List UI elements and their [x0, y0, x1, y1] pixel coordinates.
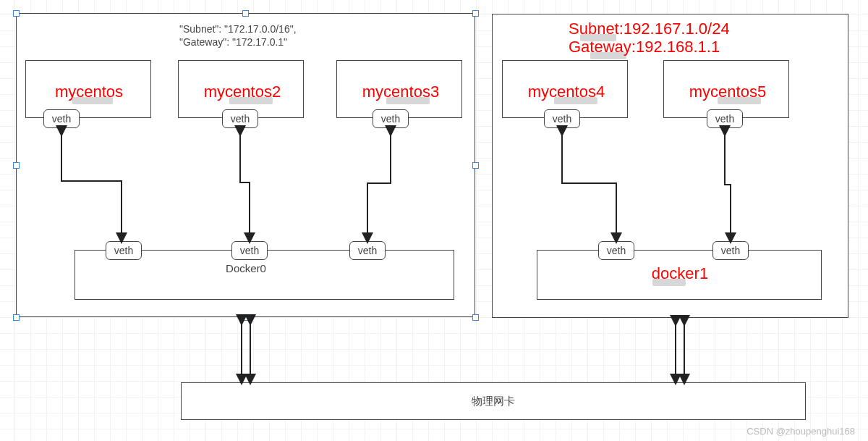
select-handle: [13, 10, 20, 17]
select-handle: [472, 314, 479, 321]
veth-box: veth: [106, 241, 142, 260]
veth-box: veth: [43, 109, 80, 128]
veth-box: veth: [349, 241, 386, 260]
watermark: CSDN @zhoupenghui168: [746, 426, 855, 437]
veth-box: veth: [712, 241, 749, 260]
bridge-label: docker1: [644, 264, 716, 283]
group1-config2: "Gateway": "172.17.0.1": [179, 36, 331, 48]
bridge-label: Docker0: [221, 262, 271, 274]
veth-box: veth: [544, 109, 580, 128]
veth-box: veth: [231, 241, 268, 260]
select-handle: [242, 10, 249, 17]
group2-config1: Subnet:192.167.1.0/24: [569, 20, 778, 38]
select-handle: [472, 10, 479, 17]
veth-box: veth: [707, 109, 743, 128]
select-handle: [472, 162, 479, 169]
physical-nic-label: 物理网卡: [472, 395, 515, 408]
veth-box: veth: [222, 109, 258, 128]
container-label: mycentos3: [346, 83, 455, 101]
veth-box: veth: [373, 109, 409, 128]
physical-nic-box: 物理网卡: [181, 382, 806, 420]
select-handle: [242, 314, 249, 321]
container-label: mycentos4: [512, 83, 621, 101]
group2-config2: Gateway:192.168.1.1: [569, 38, 778, 56]
group1-config1: "Subnet": "172.17.0.0/16",: [179, 23, 331, 35]
veth-box: veth: [598, 241, 634, 260]
container-label: mycentos5: [673, 83, 782, 101]
container-label: mycentos: [35, 83, 143, 101]
container-label: mycentos2: [188, 83, 297, 101]
select-handle: [13, 162, 20, 169]
select-handle: [13, 314, 20, 321]
